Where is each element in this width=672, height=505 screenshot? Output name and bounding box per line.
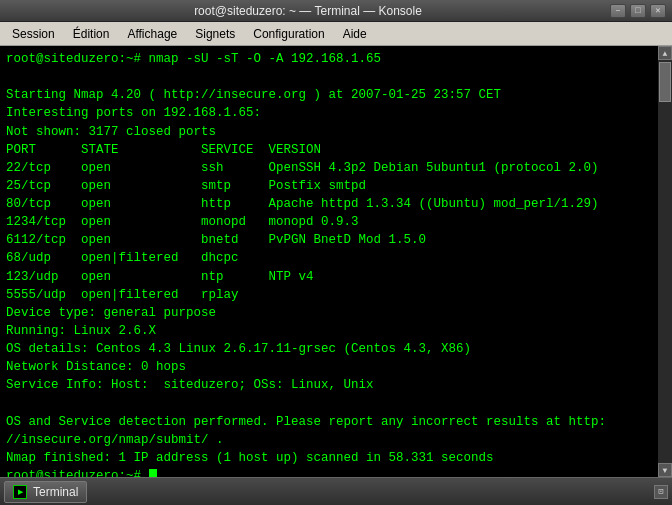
terminal-cursor (149, 469, 157, 477)
window-controls: – □ ✕ (610, 4, 666, 18)
maximize-button[interactable]: □ (630, 4, 646, 18)
terminal-wrapper: root@siteduzero:~# nmap -sU -sT -O -A 19… (0, 46, 672, 477)
taskbar-terminal-item[interactable]: Terminal (4, 481, 87, 503)
menu-item-configuration[interactable]: Configuration (245, 25, 332, 43)
resize-button[interactable]: ⊡ (654, 485, 668, 499)
menu-item--dition[interactable]: Édition (65, 25, 118, 43)
scroll-down-button[interactable]: ▼ (658, 463, 672, 477)
window-title: root@siteduzero: ~ — Terminal — Konsole (6, 4, 610, 18)
terminal-output[interactable]: root@siteduzero:~# nmap -sU -sT -O -A 19… (0, 46, 658, 477)
minimize-button[interactable]: – (610, 4, 626, 18)
taskbar-right: ⊡ (654, 485, 668, 499)
close-button[interactable]: ✕ (650, 4, 666, 18)
menu-item-session[interactable]: Session (4, 25, 63, 43)
scrollbar-vertical[interactable]: ▲ ▼ (658, 46, 672, 477)
title-bar: root@siteduzero: ~ — Terminal — Konsole … (0, 0, 672, 22)
terminal-icon (13, 485, 27, 499)
scroll-up-button[interactable]: ▲ (658, 46, 672, 60)
menu-item-affichage[interactable]: Affichage (119, 25, 185, 43)
taskbar-terminal-label: Terminal (33, 485, 78, 499)
menu-bar: SessionÉditionAffichageSignetsConfigurat… (0, 22, 672, 46)
scroll-thumb[interactable] (659, 62, 671, 102)
menu-item-signets[interactable]: Signets (187, 25, 243, 43)
taskbar: Terminal ⊡ (0, 477, 672, 505)
menu-item-aide[interactable]: Aide (335, 25, 375, 43)
